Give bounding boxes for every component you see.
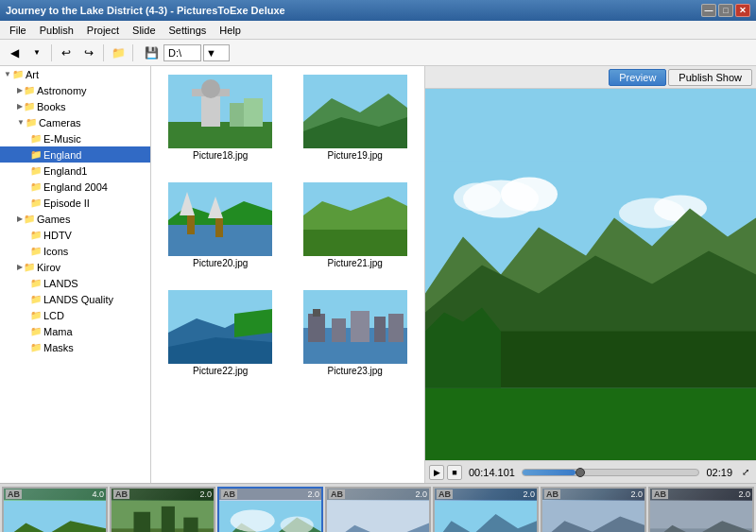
file-item-picture23[interactable]: Picture23.jpg: [290, 285, 421, 389]
preview-svg: [425, 89, 756, 460]
thumbnail-picture18: [168, 75, 272, 148]
slide-container-6: AB 2.0 7.067 6. IMG_1191_2: [541, 487, 646, 532]
maximize-button[interactable]: □: [718, 4, 733, 17]
folder-icon: 📁: [24, 262, 35, 272]
slide-ab-7: AB: [652, 489, 668, 499]
svg-rect-67: [650, 501, 752, 528]
svg-rect-26: [308, 314, 325, 342]
tree-item-kirov[interactable]: ▶ 📁 Kirov: [0, 259, 150, 275]
slide-img-6: [542, 500, 644, 532]
slide-top-2: AB 2.0: [112, 489, 214, 500]
tree-item-lcd[interactable]: 📁 LCD: [0, 307, 150, 323]
slide-img-7: [650, 500, 752, 532]
tree-item-lands[interactable]: 📁 LANDS: [0, 275, 150, 291]
file-item-picture18[interactable]: Picture18.jpg: [155, 70, 286, 174]
menu-help[interactable]: Help: [214, 23, 247, 38]
preview-button[interactable]: Preview: [609, 69, 666, 86]
tree-item-england2004[interactable]: 📁 England 2004: [0, 179, 150, 195]
close-button[interactable]: ✕: [735, 4, 750, 17]
stop-button[interactable]: ■: [447, 465, 462, 480]
tree-item-astronomy[interactable]: ▶ 📁 Astronomy: [0, 82, 150, 98]
expand-icon: ▼: [4, 70, 11, 78]
svg-rect-49: [183, 518, 198, 532]
redo-icon[interactable]: ↪: [78, 43, 99, 63]
tree-item-cameras[interactable]: ▼ 📁 Cameras: [0, 114, 150, 130]
tree-item-england[interactable]: 📁 England: [0, 146, 150, 163]
back-icon[interactable]: ◀: [4, 43, 25, 63]
svg-rect-28: [332, 318, 346, 342]
preview-header: Preview Publish Show: [425, 66, 756, 89]
slide-thumb-4[interactable]: AB 2.0 4.433: [325, 487, 431, 532]
minimize-button[interactable]: —: [701, 4, 716, 17]
slide-top-1: AB 4.0: [4, 489, 106, 500]
slide-thumb-6[interactable]: AB 2.0 7.067: [541, 487, 646, 532]
publish-show-button[interactable]: Publish Show: [668, 69, 752, 86]
preview-controls: ▶ ■ 00:14.101 02:19 ⤢: [425, 460, 756, 483]
slide-thumb-1[interactable]: AB 4.0 8.0: [2, 487, 108, 532]
main-layout: ▼ 📁 Art ▶ 📁 Astronomy ▶ 📁 Books ▼ 📁 Came…: [0, 66, 756, 483]
slide-container-7: AB 2.0 6.9 7. IMG_1197: [648, 487, 754, 532]
current-time: 00:14.101: [465, 467, 519, 478]
file-label-picture20: Picture20.jpg: [193, 258, 248, 268]
file-item-picture19[interactable]: Picture19.jpg: [290, 70, 421, 174]
undo-icon[interactable]: ↩: [56, 43, 77, 63]
slide-ab-4: AB: [329, 489, 345, 499]
svg-rect-19: [303, 230, 407, 256]
tree-item-england1[interactable]: 📁 England1: [0, 163, 150, 179]
toolbar-separator-3: [132, 44, 133, 61]
svg-rect-29: [351, 311, 369, 342]
slide-container-3: AB 2.0 5.867 3. IMG_1259: [217, 487, 323, 532]
file-item-picture20[interactable]: Picture20.jpg: [155, 178, 286, 282]
folder-icon: 📁: [30, 181, 42, 192]
folder-icon: 📁: [26, 117, 37, 128]
tree-item-art[interactable]: ▼ 📁 Art: [0, 66, 150, 82]
tree-item-icons[interactable]: 📁 Icons: [0, 243, 150, 259]
slide-ab-1: AB: [6, 489, 22, 499]
expand-preview-button[interactable]: ⤢: [739, 466, 752, 479]
play-button[interactable]: ▶: [429, 465, 444, 480]
toolbar-separator-1: [51, 44, 52, 61]
slide-ver-3: 2.0: [307, 489, 319, 499]
folder-icon: 📁: [30, 133, 42, 144]
path-combo[interactable]: [203, 44, 230, 61]
folder-icon[interactable]: 📁: [108, 43, 129, 63]
path-input[interactable]: [163, 44, 201, 61]
svg-point-34: [501, 178, 558, 212]
tree-item-emusic[interactable]: 📁 E-Music: [0, 130, 150, 146]
tree-item-books[interactable]: ▶ 📁 Books: [0, 98, 150, 114]
toolbar-separator-2: [103, 44, 104, 61]
folder-icon: 📁: [12, 69, 24, 79]
menu-slide[interactable]: Slide: [127, 23, 161, 38]
file-item-picture22[interactable]: Picture22.jpg: [155, 285, 286, 389]
tree-item-landsquality[interactable]: 📁 LANDS Quality: [0, 291, 150, 307]
slide-thumb-5[interactable]: AB 2.0 6.733: [433, 487, 539, 532]
slide-thumb-3[interactable]: AB 2.0 5.867: [217, 487, 323, 532]
tree-item-games[interactable]: ▶ 📁 Games: [0, 211, 150, 227]
drive-icon[interactable]: 💾: [141, 43, 162, 63]
end-time: 02:19: [702, 467, 736, 478]
thumbnail-picture21: [303, 182, 407, 256]
svg-point-53: [231, 509, 275, 531]
filmstrip: AB 4.0 8.0 1. IMG_1068 AB 2.0: [0, 483, 756, 532]
progress-bar-container[interactable]: [522, 469, 700, 476]
menu-project[interactable]: Project: [81, 23, 125, 38]
folder-icon: 📁: [24, 85, 35, 95]
folder-icon: 📁: [30, 246, 42, 256]
expand-icon: ▶: [17, 86, 23, 94]
slide-thumb-7[interactable]: AB 2.0 6.9: [648, 487, 754, 532]
folder-icon: 📁: [24, 101, 35, 112]
tree-item-episode2[interactable]: 📁 Episode II: [0, 195, 150, 211]
menu-publish[interactable]: Publish: [34, 23, 79, 38]
slide-thumb-2[interactable]: AB 2.0 4.1: [110, 487, 215, 532]
thumb-svg-field: [303, 182, 407, 256]
thumbnail-picture19: [303, 75, 407, 148]
tree-item-mama[interactable]: 📁 Mama: [0, 323, 150, 339]
menu-settings[interactable]: Settings: [163, 23, 213, 38]
dropdown-icon[interactable]: ▼: [26, 43, 47, 63]
menu-file[interactable]: File: [4, 23, 32, 38]
file-grid: Picture18.jpg Picture19.jpg: [151, 66, 425, 483]
tree-item-hdtv[interactable]: 📁 HDTV: [0, 227, 150, 243]
tree-item-masks[interactable]: 📁 Masks: [0, 339, 150, 355]
progress-handle[interactable]: [576, 468, 585, 477]
file-item-picture21[interactable]: Picture21.jpg: [290, 178, 421, 282]
